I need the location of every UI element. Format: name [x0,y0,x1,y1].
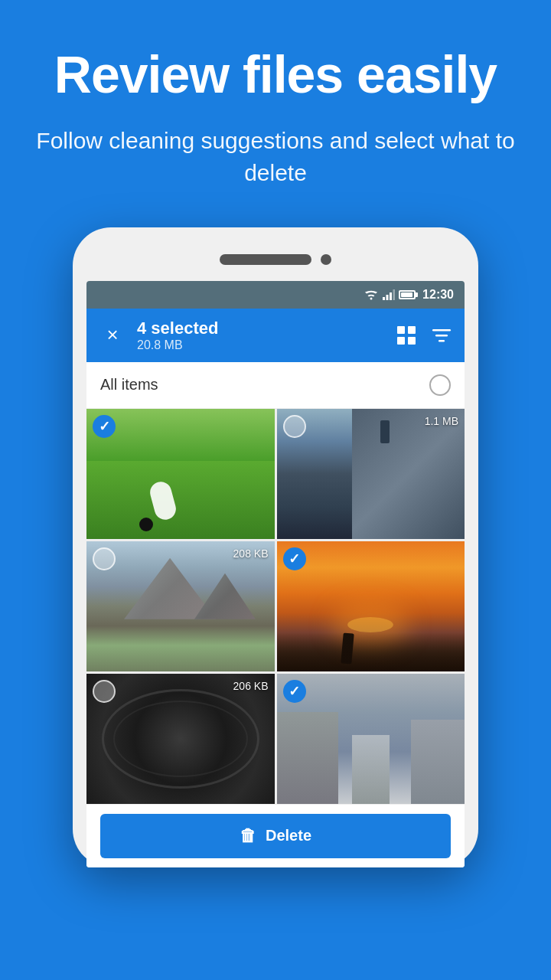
checkbox-grass[interactable]: ✓ [93,415,116,438]
grid-item-buildings[interactable]: ✓ [277,674,465,804]
svg-rect-7 [397,337,405,345]
item-size-mountain: 208 KB [233,547,269,560]
all-items-checkbox[interactable] [429,374,451,396]
svg-rect-5 [397,326,405,334]
phone-mockup: 12:30 × 4 selected 20.8 MB [73,227,478,867]
grid-item-grass[interactable]: ✓ [86,409,275,539]
grid-item-cliff[interactable]: 1.1 MB [277,409,465,539]
checkbox-cliff[interactable] [283,415,306,438]
selected-info: 4 selected 20.8 MB [137,318,385,352]
delete-label: Delete [266,827,311,844]
grid-item-mountain[interactable]: 208 KB [86,541,275,671]
battery-icon [399,290,416,299]
close-button[interactable]: × [99,322,126,349]
wifi-icon [364,289,379,300]
image-grid: ✓ 1.1 MB 208 KB [86,409,465,804]
svg-rect-1 [383,297,385,300]
checkbox-sunset[interactable]: ✓ [283,547,306,570]
all-items-label: All items [100,376,158,394]
grid-icon[interactable] [396,325,417,346]
all-items-row[interactable]: All items [86,362,465,409]
main-title: Review files easily [31,46,520,103]
svg-rect-8 [408,337,416,345]
status-time: 12:30 [422,288,454,302]
app-bar-actions [396,325,452,346]
sort-icon[interactable] [431,325,452,346]
svg-rect-2 [386,295,389,300]
grid-item-sunset[interactable]: ✓ [277,541,465,671]
checkbox-mountain[interactable] [93,547,116,570]
header-section: Review files easily Follow cleaning sugg… [0,0,551,204]
item-size-cliff: 1.1 MB [425,415,458,427]
trash-icon: 🗑 [240,826,256,846]
svg-rect-6 [408,326,416,334]
phone-notch [86,241,465,278]
status-icons: 12:30 [364,288,454,302]
svg-point-0 [370,297,373,299]
app-bar: × 4 selected 20.8 MB [86,309,465,362]
signal-icon [383,289,395,300]
delete-button[interactable]: 🗑 Delete [100,814,451,858]
svg-rect-10 [435,335,448,337]
status-bar: 12:30 [86,281,465,309]
grid-item-spiral[interactable]: 206 KB [86,674,275,804]
svg-rect-3 [390,292,392,300]
selected-size: 20.8 MB [137,338,385,352]
svg-rect-9 [432,329,451,332]
checkbox-buildings[interactable]: ✓ [283,680,306,703]
delete-bar: 🗑 Delete [86,804,465,867]
svg-rect-11 [439,340,445,342]
svg-rect-4 [393,289,396,300]
checkbox-spiral[interactable] [93,680,116,703]
phone-screen: 12:30 × 4 selected 20.8 MB [86,281,465,867]
subtitle: Follow cleaning suggestions and select w… [31,125,520,189]
phone-camera [321,254,331,265]
phone-speaker [220,254,311,265]
item-size-spiral: 206 KB [233,680,269,692]
selected-count: 4 selected [137,318,385,338]
